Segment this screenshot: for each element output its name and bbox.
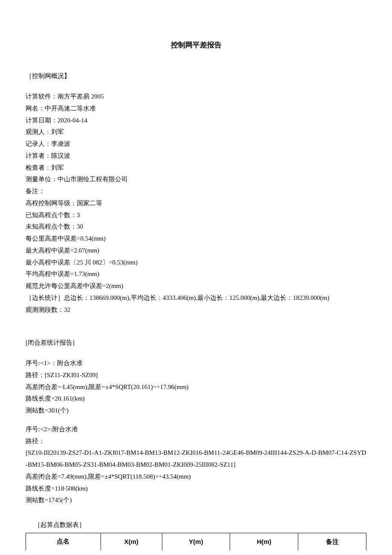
info-line: 路线长度=118·508(km) <box>26 483 366 495</box>
closure-group-1: 序号:<1>：附合水准 路径：[SZ11-ZKI01-SZ09] 高差闭合差=·… <box>26 357 366 417</box>
info-line: 网名：中开高速二等水准 <box>26 103 366 115</box>
table-header-row: 点名 X(m) Y(m) H(m) 备注 <box>26 533 366 550</box>
info-line: 规范允许每公里高差中误差=2(mm) <box>26 280 366 292</box>
info-line: 测站数=301(个) <box>26 405 366 417</box>
report-title: 控制网平差报告 <box>26 38 366 52</box>
info-line: 观测测段数：32 <box>26 304 366 316</box>
col-header-x: X(m) <box>101 533 162 550</box>
info-line: 测量单位：中山市测绘工程有限公司 <box>26 174 366 186</box>
section-overview-heading: ［控制网概况】 <box>26 70 366 82</box>
col-header-name: 点名 <box>26 533 101 550</box>
info-line: 计算日期：2020-04-14 <box>26 115 366 127</box>
info-line: ［边长统计］总边长：138669.000(m),平均边长：4333.406(m)… <box>26 292 366 304</box>
section-closure-heading: [闭合差统计报告] <box>26 337 366 349</box>
info-line: 计算者：陈汉波 <box>26 150 366 162</box>
info-line: 高差闭合差=7.49(mm),限差=±4*SQRT(118.508)=÷43.5… <box>26 471 366 483</box>
info-line: 记录人：李凌波 <box>26 138 366 150</box>
origin-data-table: 点名 X(m) Y(m) H(m) 备注 <box>26 533 366 550</box>
info-line: 观测人：刘军 <box>26 126 366 138</box>
info-line: 高程控制网等级：国家二等 <box>26 198 366 209</box>
col-header-note: 备注 <box>298 533 366 550</box>
closure-group-2: 序号:<2>:附合水准 路径： [SZ10-III20139-ZS27-D1-A… <box>26 424 366 506</box>
info-line: 序号:<2>:附合水准 <box>26 424 366 436</box>
info-line: 序号:<1>：附合水准 <box>26 357 366 369</box>
info-line: 检查者：刘军 <box>26 162 366 174</box>
info-line: 已知高程点个数：3 <box>26 209 366 221</box>
info-line: 最大高程中误差=2.07(mm) <box>26 245 366 257</box>
info-line: 每公里高差中误差=0.54(mm) <box>26 233 366 245</box>
info-line: [SZ10-III20139-ZS27-D1-A1-ZKI017-BM14-BM… <box>26 447 366 471</box>
col-header-h: H(m) <box>230 533 298 550</box>
overview-block: 计算软件：南方平差易 2005 网名：中开高速二等水准 计算日期：2020-04… <box>26 91 366 316</box>
info-line: 测站数=1745(个) <box>26 494 366 506</box>
section-origin-table-heading: ［起算点数据表］ <box>26 519 366 531</box>
info-line: 平均高程中误差=1.73(mm) <box>26 268 366 280</box>
info-line: 备注： <box>26 186 366 198</box>
info-line: 高差闭合差=·L45(mm),限差=±4*SQRT(20.161)=÷17.96… <box>26 381 366 393</box>
info-line: 路线长度=20.161(km) <box>26 393 366 405</box>
col-header-y: Y(m) <box>162 533 230 550</box>
info-line: 计算软件：南方平差易 2005 <box>26 91 366 103</box>
info-line: 最小高程中误差〔25 川 082〕=0.53(mm) <box>26 257 366 269</box>
info-line: 路径：[SZ11-ZKI01-SZ09] <box>26 369 366 381</box>
info-line: 未知高程点个数：30 <box>26 221 366 233</box>
info-line: 路径： <box>26 436 366 447</box>
